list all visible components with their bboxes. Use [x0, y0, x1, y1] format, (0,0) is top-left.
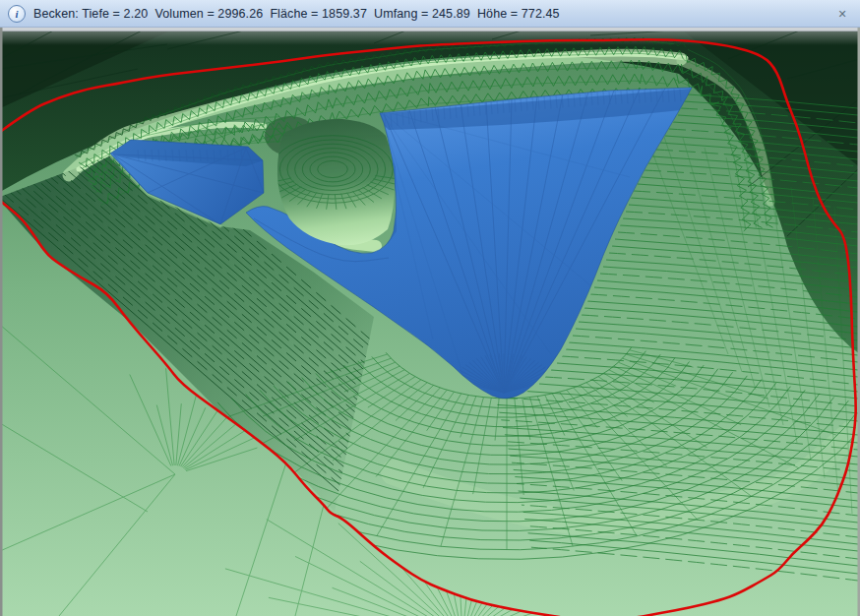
close-icon[interactable]: ✕ — [832, 4, 852, 24]
info-bar: i Becken: Tiefe = 2.20 Volumen = 2996.26… — [0, 0, 860, 28]
application-window: i Becken: Tiefe = 2.20 Volumen = 2996.26… — [0, 0, 860, 616]
3d-viewport[interactable] — [0, 0, 860, 616]
terrain-scene — [0, 0, 860, 616]
info-bar-text: Becken: Tiefe = 2.20 Volumen = 2996.26 F… — [33, 7, 560, 21]
info-icon: i — [8, 5, 26, 23]
